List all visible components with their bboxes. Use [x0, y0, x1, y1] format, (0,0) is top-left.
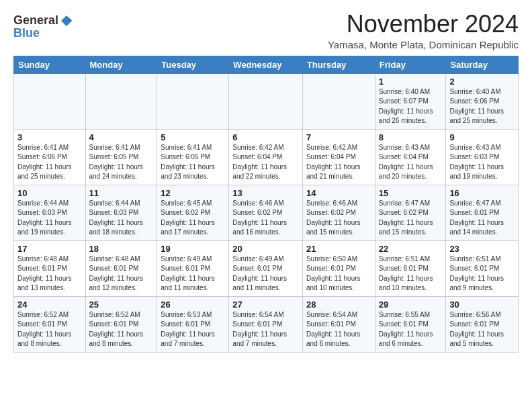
- day-number: 22: [379, 244, 443, 254]
- calendar-day-6: 6Sunrise: 6:42 AMSunset: 6:04 PMDaylight…: [229, 129, 303, 185]
- calendar-day-13: 13Sunrise: 6:46 AMSunset: 6:02 PMDayligh…: [229, 185, 303, 240]
- day-number: 28: [306, 300, 371, 310]
- day-info: Sunrise: 6:43 AMSunset: 6:04 PMDaylight:…: [379, 143, 443, 182]
- logo-blue: Blue: [13, 26, 40, 40]
- day-info: Sunrise: 6:51 AMSunset: 6:01 PMDaylight:…: [449, 255, 515, 293]
- calendar-day-20: 20Sunrise: 6:49 AMSunset: 6:01 PMDayligh…: [229, 240, 303, 296]
- logo: General Blue: [13, 13, 73, 40]
- calendar-week-row: 3Sunrise: 6:41 AMSunset: 6:06 PMDaylight…: [14, 129, 519, 185]
- title-block: November 2024 Yamasa, Monte Plata, Domin…: [328, 11, 519, 50]
- day-number: 14: [306, 188, 371, 198]
- calendar-day-12: 12Sunrise: 6:45 AMSunset: 6:02 PMDayligh…: [157, 185, 229, 240]
- day-number: 24: [17, 300, 82, 310]
- day-info: Sunrise: 6:45 AMSunset: 6:02 PMDaylight:…: [161, 199, 225, 238]
- day-number: 2: [449, 77, 515, 87]
- weekday-header-saturday: Saturday: [446, 56, 519, 73]
- day-number: 30: [449, 300, 515, 310]
- calendar-page: General Blue November 2024 Yamasa, Monte…: [0, 0, 532, 363]
- calendar-day-11: 11Sunrise: 6:44 AMSunset: 6:03 PMDayligh…: [85, 185, 157, 240]
- calendar-day-22: 22Sunrise: 6:51 AMSunset: 6:01 PMDayligh…: [375, 240, 446, 296]
- calendar-day-17: 17Sunrise: 6:48 AMSunset: 6:01 PMDayligh…: [14, 240, 86, 296]
- day-info: Sunrise: 6:56 AMSunset: 6:01 PMDaylight:…: [449, 310, 515, 349]
- weekday-header-wednesday: Wednesday: [229, 56, 303, 73]
- day-info: Sunrise: 6:49 AMSunset: 6:01 PMDaylight:…: [232, 255, 299, 293]
- calendar-day-26: 26Sunrise: 6:53 AMSunset: 6:01 PMDayligh…: [157, 296, 229, 352]
- calendar-day-25: 25Sunrise: 6:52 AMSunset: 6:01 PMDayligh…: [85, 296, 157, 352]
- calendar-week-row: 1Sunrise: 6:40 AMSunset: 6:07 PMDaylight…: [14, 73, 519, 129]
- day-info: Sunrise: 6:54 AMSunset: 6:01 PMDaylight:…: [232, 310, 299, 349]
- day-info: Sunrise: 6:49 AMSunset: 6:01 PMDaylight:…: [161, 255, 225, 293]
- day-info: Sunrise: 6:40 AMSunset: 6:06 PMDaylight:…: [449, 87, 515, 126]
- day-number: 27: [232, 300, 299, 310]
- day-number: 3: [17, 132, 82, 142]
- calendar-day-2: 2Sunrise: 6:40 AMSunset: 6:06 PMDaylight…: [446, 73, 519, 129]
- day-number: 7: [306, 132, 371, 142]
- day-info: Sunrise: 6:50 AMSunset: 6:01 PMDaylight:…: [306, 255, 371, 293]
- calendar-day-14: 14Sunrise: 6:46 AMSunset: 6:02 PMDayligh…: [302, 185, 375, 240]
- calendar-week-row: 24Sunrise: 6:52 AMSunset: 6:01 PMDayligh…: [14, 296, 519, 352]
- calendar-day-24: 24Sunrise: 6:52 AMSunset: 6:01 PMDayligh…: [14, 296, 86, 352]
- calendar-week-row: 17Sunrise: 6:48 AMSunset: 6:01 PMDayligh…: [14, 240, 519, 296]
- day-number: 10: [17, 188, 82, 198]
- day-info: Sunrise: 6:55 AMSunset: 6:01 PMDaylight:…: [379, 310, 443, 349]
- calendar-day-9: 9Sunrise: 6:43 AMSunset: 6:03 PMDaylight…: [446, 129, 519, 185]
- calendar-day-30: 30Sunrise: 6:56 AMSunset: 6:01 PMDayligh…: [446, 296, 519, 352]
- logo-icon: [60, 14, 73, 28]
- logo-general: General: [13, 13, 58, 28]
- day-number: 1: [379, 77, 443, 87]
- calendar-day-10: 10Sunrise: 6:44 AMSunset: 6:03 PMDayligh…: [14, 185, 86, 240]
- day-info: Sunrise: 6:40 AMSunset: 6:07 PMDaylight:…: [379, 87, 443, 126]
- calendar-day-7: 7Sunrise: 6:42 AMSunset: 6:04 PMDaylight…: [302, 129, 375, 185]
- weekday-header-friday: Friday: [375, 56, 446, 73]
- calendar-day-1: 1Sunrise: 6:40 AMSunset: 6:07 PMDaylight…: [375, 73, 446, 129]
- day-number: 18: [89, 244, 154, 254]
- calendar-day-27: 27Sunrise: 6:54 AMSunset: 6:01 PMDayligh…: [229, 296, 303, 352]
- weekday-header-tuesday: Tuesday: [157, 56, 229, 73]
- day-info: Sunrise: 6:48 AMSunset: 6:01 PMDaylight:…: [17, 255, 82, 293]
- day-number: 11: [89, 188, 154, 198]
- calendar-day-3: 3Sunrise: 6:41 AMSunset: 6:06 PMDaylight…: [14, 129, 86, 185]
- day-number: 29: [379, 300, 443, 310]
- day-info: Sunrise: 6:51 AMSunset: 6:01 PMDaylight:…: [379, 255, 443, 293]
- calendar-day-19: 19Sunrise: 6:49 AMSunset: 6:01 PMDayligh…: [157, 240, 229, 296]
- calendar-empty-cell: [85, 73, 157, 129]
- calendar-day-29: 29Sunrise: 6:55 AMSunset: 6:01 PMDayligh…: [375, 296, 446, 352]
- calendar-day-16: 16Sunrise: 6:47 AMSunset: 6:01 PMDayligh…: [446, 185, 519, 240]
- day-number: 4: [89, 132, 154, 142]
- day-info: Sunrise: 6:46 AMSunset: 6:02 PMDaylight:…: [306, 199, 371, 238]
- day-info: Sunrise: 6:47 AMSunset: 6:01 PMDaylight:…: [449, 199, 515, 238]
- calendar-day-23: 23Sunrise: 6:51 AMSunset: 6:01 PMDayligh…: [446, 240, 519, 296]
- day-info: Sunrise: 6:52 AMSunset: 6:01 PMDaylight:…: [89, 310, 154, 349]
- day-number: 8: [379, 132, 443, 142]
- day-number: 20: [232, 244, 299, 254]
- day-info: Sunrise: 6:44 AMSunset: 6:03 PMDaylight:…: [89, 199, 154, 238]
- day-number: 17: [17, 244, 82, 254]
- day-info: Sunrise: 6:42 AMSunset: 6:04 PMDaylight:…: [232, 143, 299, 182]
- day-info: Sunrise: 6:46 AMSunset: 6:02 PMDaylight:…: [232, 199, 299, 238]
- calendar-empty-cell: [229, 73, 303, 129]
- day-number: 19: [161, 244, 225, 254]
- calendar-empty-cell: [157, 73, 229, 129]
- calendar-day-18: 18Sunrise: 6:48 AMSunset: 6:01 PMDayligh…: [85, 240, 157, 296]
- weekday-header-row: SundayMondayTuesdayWednesdayThursdayFrid…: [14, 56, 519, 73]
- day-number: 9: [449, 132, 515, 142]
- calendar-day-8: 8Sunrise: 6:43 AMSunset: 6:04 PMDaylight…: [375, 129, 446, 185]
- weekday-header-sunday: Sunday: [14, 56, 86, 73]
- weekday-header-monday: Monday: [85, 56, 157, 73]
- calendar-week-row: 10Sunrise: 6:44 AMSunset: 6:03 PMDayligh…: [14, 185, 519, 240]
- day-number: 12: [161, 188, 225, 198]
- calendar-day-4: 4Sunrise: 6:41 AMSunset: 6:05 PMDaylight…: [85, 129, 157, 185]
- day-info: Sunrise: 6:52 AMSunset: 6:01 PMDaylight:…: [17, 310, 82, 349]
- day-number: 26: [161, 300, 225, 310]
- location-subtitle: Yamasa, Monte Plata, Dominican Republic: [328, 39, 519, 50]
- calendar-table: SundayMondayTuesdayWednesdayThursdayFrid…: [13, 56, 519, 353]
- calendar-day-15: 15Sunrise: 6:47 AMSunset: 6:02 PMDayligh…: [375, 185, 446, 240]
- page-header: General Blue November 2024 Yamasa, Monte…: [13, 11, 519, 50]
- calendar-empty-cell: [14, 73, 86, 129]
- day-number: 15: [379, 188, 443, 198]
- day-number: 13: [232, 188, 299, 198]
- day-number: 25: [89, 300, 154, 310]
- day-info: Sunrise: 6:44 AMSunset: 6:03 PMDaylight:…: [17, 199, 82, 238]
- calendar-day-28: 28Sunrise: 6:54 AMSunset: 6:01 PMDayligh…: [302, 296, 375, 352]
- day-info: Sunrise: 6:41 AMSunset: 6:05 PMDaylight:…: [89, 143, 154, 182]
